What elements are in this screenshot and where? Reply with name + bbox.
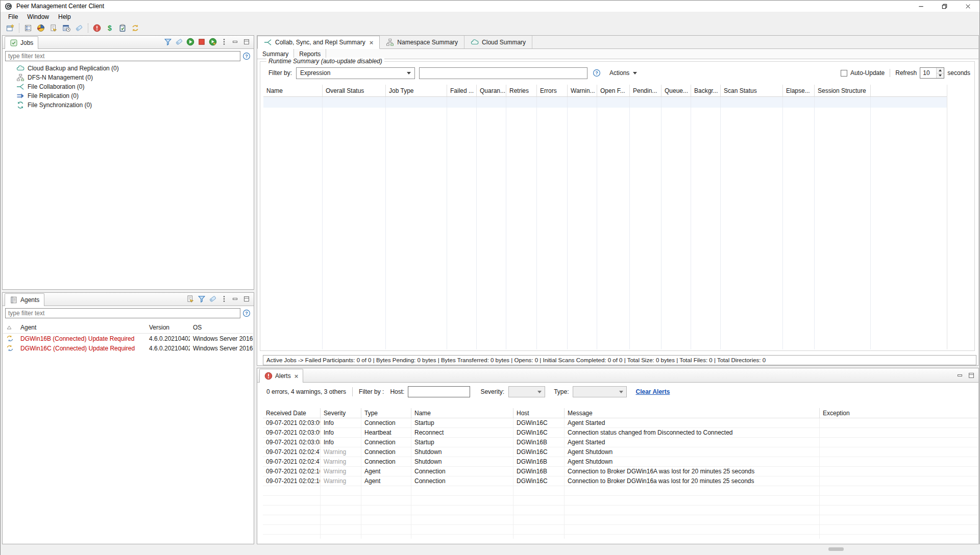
alerts-maximize-icon[interactable] — [966, 370, 976, 381]
schedule-icon[interactable]: 12 — [61, 22, 72, 34]
menu-help[interactable]: Help — [54, 12, 76, 21]
jobs-maximize-icon[interactable] — [241, 37, 252, 47]
jobs-start-with-options-icon[interactable] — [208, 37, 218, 47]
window-close-button[interactable] — [956, 1, 979, 12]
summary-column-header[interactable]: Queue... — [662, 85, 691, 96]
spinner-down-button[interactable] — [937, 73, 944, 79]
alerts-cell: Connection — [411, 476, 513, 486]
tab-agents[interactable]: Agents — [5, 293, 44, 306]
agents-maximize-icon[interactable] — [241, 294, 252, 304]
close-tab-icon[interactable]: × — [295, 372, 299, 380]
summary-column-header[interactable]: Warnin... — [568, 85, 597, 96]
jobs-tree-item[interactable]: Cloud Backup and Replication (0) — [3, 64, 254, 73]
alerts-column-header[interactable]: Exception — [820, 408, 978, 418]
refresh-icon[interactable] — [130, 22, 141, 34]
jobs-minimize-icon[interactable] — [230, 37, 240, 47]
refresh-spinner[interactable]: 10 — [920, 67, 944, 79]
summary-column-header[interactable]: Retries — [506, 85, 537, 96]
horizontal-scrollbar-thumb[interactable] — [828, 547, 844, 551]
summary-column-header[interactable]: Failed ... — [447, 85, 477, 96]
severity-select[interactable] — [508, 386, 545, 397]
menu-window[interactable]: Window — [22, 12, 54, 21]
jobs-tree-item[interactable]: File Replication (0) — [3, 91, 254, 100]
auto-update-checkbox[interactable] — [841, 70, 847, 77]
summary-column-header[interactable]: Open F... — [597, 85, 630, 96]
alerts-row[interactable]: 09-07-2021 02:03:08InfoConnectionStartup… — [263, 438, 978, 447]
agents-minimize-icon[interactable] — [230, 294, 240, 304]
summary-column-header[interactable]: Name — [263, 85, 323, 96]
summary-column-header[interactable]: Errors — [537, 85, 568, 96]
actions-menu-button[interactable]: Actions — [607, 69, 639, 77]
menu-file[interactable]: File — [4, 12, 22, 21]
jobs-tree-item[interactable]: File Collaboration (0) — [3, 82, 254, 91]
summary-column-header[interactable]: Backgr... — [691, 85, 721, 96]
type-select[interactable] — [573, 386, 627, 397]
clipboard-check-icon[interactable] — [117, 22, 128, 34]
agents-column-header[interactable]: Version — [146, 321, 190, 333]
tab-jobs[interactable]: Jobs — [5, 36, 38, 49]
agents-install-icon[interactable] — [185, 294, 195, 304]
summary-table: NameOverall StatusJob TypeFailed ...Quar… — [263, 85, 947, 349]
alerts-column-header[interactable]: Received Date — [263, 408, 321, 418]
summary-filter-help-icon[interactable]: ? — [593, 69, 601, 78]
summary-column-header[interactable]: Job Type — [386, 85, 447, 96]
alerts-column-header[interactable]: Host — [513, 408, 565, 418]
editor-tab[interactable]: Collab, Sync, and Repl Summary× — [257, 36, 380, 49]
summary-column-header[interactable]: Elapse... — [783, 85, 815, 96]
window-restore-button[interactable] — [933, 1, 956, 12]
alerts-column-header[interactable]: Severity — [321, 408, 361, 418]
alerts-row[interactable]: 09-07-2021 02:02:16WarningAgentConnectio… — [263, 476, 978, 486]
jobs-start-icon[interactable] — [185, 37, 195, 47]
agents-filter-input[interactable] — [5, 308, 240, 318]
jobs-tag-icon[interactable] — [174, 37, 184, 47]
alerts-minimize-icon[interactable] — [955, 370, 965, 381]
host-filter-input[interactable] — [408, 386, 470, 397]
agents-column-header[interactable]: Agent — [17, 321, 146, 333]
jobs-filter-help-icon[interactable]: ? — [242, 52, 251, 61]
spinner-up-button[interactable] — [937, 68, 944, 73]
alerts-column-header[interactable]: Type — [361, 408, 411, 418]
alerts-row[interactable]: 09-07-2021 02:02:47WarningConnectionShut… — [263, 457, 978, 467]
tab-alerts[interactable]: Alerts × — [259, 369, 303, 383]
window-minimize-button[interactable] — [909, 1, 933, 12]
pie-chart-icon[interactable] — [35, 22, 46, 34]
agents-filter-icon[interactable] — [197, 294, 207, 304]
agents-column-header[interactable]: OS — [190, 321, 253, 333]
agents-filter-help-icon[interactable]: ? — [242, 309, 251, 318]
alerts-row[interactable]: 09-07-2021 02:02:16WarningAgentConnectio… — [263, 467, 978, 476]
jobs-filter-icon[interactable] — [163, 37, 173, 47]
editor-tab[interactable]: Cloud Summary — [464, 36, 532, 48]
alerts-row[interactable]: 09-07-2021 02:03:09InfoConnectionStartup… — [263, 418, 978, 428]
agents-row[interactable]: DGWin16C (Connected) Update Required4.6.… — [3, 343, 253, 353]
jobs-view-menu-icon[interactable] — [219, 37, 229, 47]
agents-sort-header[interactable] — [3, 321, 17, 333]
filter-mode-select[interactable]: Expression — [296, 67, 415, 79]
close-tab-icon[interactable]: × — [370, 39, 374, 46]
alerts-row[interactable]: 09-07-2021 02:03:09InfoHeartbeatReconnec… — [263, 428, 978, 438]
editor-tab[interactable]: Namespace Summary — [380, 36, 464, 48]
jobs-tree-item[interactable]: DFS-N Management (0) — [3, 73, 254, 82]
jobs-tree-item[interactable]: File Synchronization (0) — [3, 100, 254, 110]
alerts-cell — [565, 535, 820, 539]
filter-expression-input[interactable] — [419, 67, 587, 79]
alerts-column-header[interactable]: Name — [411, 408, 513, 418]
jobs-stop-icon[interactable] — [197, 37, 207, 47]
summary-column-header[interactable]: Pendin... — [630, 85, 662, 96]
alert-icon[interactable] — [91, 22, 103, 34]
install-icon[interactable] — [48, 22, 59, 34]
new-job-icon[interactable] — [5, 22, 16, 34]
agents-tag-icon[interactable] — [208, 294, 218, 304]
summary-column-header[interactable]: Overall Status — [323, 85, 386, 96]
agents-view-menu-icon[interactable] — [219, 294, 229, 304]
clear-alerts-link[interactable]: Clear Alerts — [635, 388, 670, 395]
agents-row[interactable]: DGWin16B (Connected) Update Required4.6.… — [3, 334, 253, 343]
view-list-icon[interactable] — [22, 22, 34, 34]
alerts-row[interactable]: 09-07-2021 02:02:47WarningConnectionShut… — [263, 447, 978, 457]
alerts-column-header[interactable]: Message — [565, 408, 820, 418]
summary-column-header[interactable]: Scan Status — [721, 85, 783, 96]
tag-icon[interactable] — [74, 22, 85, 34]
dollar-icon[interactable]: $ — [104, 22, 115, 34]
jobs-filter-input[interactable] — [5, 51, 240, 61]
summary-column-header[interactable]: Quaran... — [477, 85, 506, 96]
summary-column-header[interactable]: Session Structure — [815, 85, 871, 96]
